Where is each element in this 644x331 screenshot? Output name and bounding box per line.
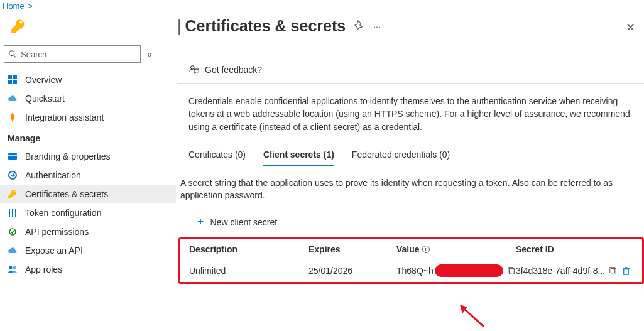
subdescription: A secret string that the application use… xyxy=(177,166,644,202)
cell-description: Unlimited xyxy=(189,266,308,276)
grid-icon xyxy=(8,75,18,85)
svg-point-13 xyxy=(9,266,13,269)
feedback-icon xyxy=(188,64,200,75)
nav-expose-api[interactable]: Expose an API xyxy=(0,241,176,260)
page-title: Certificates & secrets xyxy=(185,17,346,35)
new-client-secret-button[interactable]: + New client secret xyxy=(177,202,644,237)
svg-point-14 xyxy=(13,266,16,269)
breadcrumb-separator: > xyxy=(28,1,33,11)
nav-api-permissions[interactable]: API permissions xyxy=(0,222,176,241)
breadcrumb-home[interactable]: Home xyxy=(3,1,25,11)
nav-app-roles[interactable]: App roles xyxy=(0,260,176,279)
rocket-icon xyxy=(8,112,18,122)
svg-point-15 xyxy=(191,66,194,69)
feedback-link[interactable]: Got feedback? xyxy=(205,65,262,75)
cell-expires: 25/01/2026 xyxy=(308,266,396,276)
col-expires: Expires xyxy=(308,244,396,254)
tab-client-secrets[interactable]: Client secrets (1) xyxy=(263,149,334,166)
svg-rect-10 xyxy=(12,209,13,217)
nav-branding[interactable]: Branding & properties xyxy=(0,147,176,166)
tab-federated[interactable]: Federated credentials (0) xyxy=(352,149,450,166)
nav-quickstart[interactable]: Quickstart xyxy=(0,89,176,108)
table-row: Unlimited 25/01/2026 Th68Q~h 3f4d318e-7a… xyxy=(180,259,642,282)
svg-rect-20 xyxy=(624,269,629,274)
col-secret-id: Secret ID xyxy=(516,244,636,254)
cloud-icon xyxy=(8,94,18,104)
plus-icon: + xyxy=(197,215,204,229)
search-input[interactable]: Search xyxy=(4,45,141,63)
people-icon xyxy=(8,264,18,274)
svg-rect-4 xyxy=(8,80,12,84)
auth-icon xyxy=(8,170,18,180)
cell-value: Th68Q~h xyxy=(396,264,516,277)
value-redacted xyxy=(435,264,503,277)
gear-check-icon xyxy=(8,227,18,237)
annotation-arrow xyxy=(459,305,490,330)
info-icon[interactable]: i xyxy=(422,246,430,253)
nav-certificates-secrets[interactable]: Certificates & secrets xyxy=(0,185,176,203)
svg-line-23 xyxy=(464,308,484,327)
svg-rect-7 xyxy=(8,155,17,156)
nav-header-manage: Manage xyxy=(0,127,176,147)
nav-overview[interactable]: Overview xyxy=(0,70,176,89)
pin-icon[interactable] xyxy=(354,20,364,32)
collapse-sidebar-icon[interactable]: « xyxy=(147,49,152,59)
secrets-table: Description Expires Value i Secret ID Un… xyxy=(178,237,644,284)
svg-point-0 xyxy=(9,51,14,56)
breadcrumb: Home > xyxy=(0,0,644,14)
key-icon xyxy=(10,18,176,36)
svg-rect-5 xyxy=(13,80,17,84)
nav-token-configuration[interactable]: Token configuration xyxy=(0,203,176,222)
card-icon xyxy=(8,151,18,161)
svg-rect-3 xyxy=(13,75,17,79)
copy-secretid-icon[interactable] xyxy=(609,266,618,275)
more-icon[interactable]: ··· xyxy=(373,21,381,31)
col-description: Description xyxy=(189,244,308,254)
sliders-icon xyxy=(8,208,18,218)
svg-rect-2 xyxy=(8,75,12,79)
svg-rect-9 xyxy=(9,209,10,217)
nav-integration[interactable]: Integration assistant xyxy=(0,108,176,127)
cloud-share-icon xyxy=(8,246,18,256)
col-value: Value i xyxy=(396,244,516,254)
svg-marker-24 xyxy=(460,305,467,313)
delete-icon[interactable] xyxy=(621,266,631,276)
nav-authentication[interactable]: Authentication xyxy=(0,166,176,185)
close-icon[interactable]: ✕ xyxy=(626,21,635,35)
copy-value-icon[interactable] xyxy=(507,266,516,275)
intro-text: Credentials enable confidential applicat… xyxy=(177,84,644,133)
cell-secret-id: 3f4d318e-7aff-4d9f-8... xyxy=(516,266,636,276)
svg-line-1 xyxy=(14,55,16,58)
title-separator: | xyxy=(177,17,182,35)
key-small-icon xyxy=(8,189,18,199)
search-icon xyxy=(8,50,17,58)
table-header-row: Description Expires Value i Secret ID xyxy=(180,239,642,259)
tab-certificates[interactable]: Certificates (0) xyxy=(188,149,246,166)
svg-point-12 xyxy=(9,229,16,235)
svg-rect-11 xyxy=(15,209,16,217)
